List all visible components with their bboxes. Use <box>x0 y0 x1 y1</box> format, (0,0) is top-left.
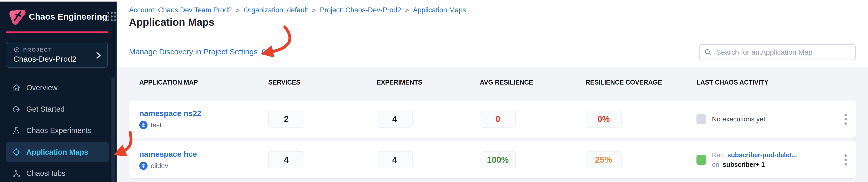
sidebar-item-label: ChaosHubs <box>26 169 65 178</box>
breadcrumb-account[interactable]: Account: Chaos Dev Team Prod2 <box>129 6 232 14</box>
brand-underline <box>6 31 108 33</box>
table-row[interactable]: namespace ns22 ☸ test 2 4 0 0% No execut… <box>129 100 856 138</box>
breadcrumb-current-page: Application Maps <box>413 6 466 14</box>
top-edge-strip <box>0 0 868 2</box>
column-header-application-map: APPLICATION MAP <box>129 79 268 86</box>
project-name: Chaos-Dev-Prod2 <box>13 55 101 63</box>
sidebar-item-label: Overview <box>26 84 58 92</box>
cube-icon <box>13 47 20 53</box>
table-row[interactable]: namespace hce ☸ eiidev 4 4 100% 25% Ran … <box>129 141 856 178</box>
harness-chaos-logo-icon <box>9 8 26 25</box>
home-icon <box>12 84 21 92</box>
application-maps-page: Chaos Engineering PROJECT Chaos-Dev-Prod… <box>0 0 868 182</box>
project-label: PROJECT <box>23 47 52 53</box>
resilience-coverage-badge: 0% <box>586 111 622 128</box>
network-nodes-icon <box>12 169 21 178</box>
breadcrumb-separator: > <box>236 7 240 14</box>
row-actions-menu-icon[interactable] <box>839 110 852 128</box>
chevron-right-icon <box>95 51 102 60</box>
experiments-count-badge: 4 <box>377 151 413 168</box>
search-input[interactable] <box>716 48 851 57</box>
breadcrumb-separator: > <box>405 7 409 14</box>
sidebar-item-chaos-experiments[interactable]: Chaos Experiments <box>0 120 117 141</box>
experiments-count-badge: 4 <box>377 111 413 128</box>
app-title: Chaos Engineering <box>29 12 107 22</box>
avg-resilience-badge: 100% <box>480 151 516 168</box>
manage-discovery-label: Manage Discovery in Project Settings <box>129 48 258 56</box>
get-started-icon <box>12 105 21 114</box>
header-divider <box>117 38 868 38</box>
activity-status-swatch <box>696 114 706 124</box>
services-count-badge: 2 <box>268 111 304 128</box>
row-actions-menu-icon[interactable] <box>839 151 852 169</box>
sidebar-nav: Overview Get Started Chaos Experiments <box>0 77 117 182</box>
main-area: Account: Chaos Dev Team Prod2 > Organiza… <box>117 0 868 182</box>
breadcrumb-project[interactable]: Project: Chaos-Dev-Prod2 <box>320 6 401 14</box>
sidebar-item-get-started[interactable]: Get Started <box>0 98 117 120</box>
column-header-experiments: EXPERIMENTS <box>377 79 480 86</box>
services-count-badge: 4 <box>268 151 304 168</box>
avg-resilience-badge: 0 <box>480 111 516 128</box>
sidebar-item-label: Application Maps <box>26 148 88 156</box>
kubernetes-icon: ☸ <box>139 121 148 129</box>
activity-status-swatch <box>696 155 706 165</box>
environment-name: eiidev <box>151 162 168 170</box>
target-icon <box>12 148 21 156</box>
column-header-resilience-coverage: RESILIENCE COVERAGE <box>586 79 696 86</box>
sidebar-item-application-maps[interactable]: Application Maps <box>6 142 109 162</box>
activity-target: subscriber+ 1 <box>723 161 765 168</box>
column-header-avg-resilience: AVG RESILIENCE <box>480 79 586 86</box>
application-map-link[interactable]: namespace hce <box>139 150 197 158</box>
flask-icon <box>12 126 21 135</box>
application-map-link[interactable]: namespace ns22 <box>139 109 201 118</box>
breadcrumb-separator: > <box>312 7 316 14</box>
project-selector[interactable]: PROJECT Chaos-Dev-Prod2 <box>6 42 108 68</box>
breadcrumb-organization[interactable]: Organization: default <box>244 6 308 14</box>
table-header-row: APPLICATION MAP SERVICES EXPERIMENTS AVG… <box>129 79 856 86</box>
kubernetes-icon: ☸ <box>139 162 148 170</box>
sidebar-item-label: Get Started <box>26 105 64 114</box>
breadcrumb: Account: Chaos Dev Team Prod2 > Organiza… <box>129 6 466 14</box>
manage-discovery-link[interactable]: Manage Discovery in Project Settings <box>129 48 270 56</box>
module-switcher-icon[interactable] <box>107 11 116 22</box>
sidebar-item-label: Chaos Experiments <box>26 126 92 135</box>
page-title: Application Maps <box>129 17 214 28</box>
activity-ran-label: Ran <box>712 151 724 158</box>
sidebar-item-chaoshubs[interactable]: ChaosHubs <box>0 163 117 182</box>
column-header-last-chaos-activity: LAST CHAOS ACTIVITY <box>696 79 835 86</box>
environment-name: test <box>151 121 161 129</box>
sidebar: Chaos Engineering PROJECT Chaos-Dev-Prod… <box>0 0 117 182</box>
experiment-link[interactable]: subscriber-pod-delet... <box>727 151 797 158</box>
search-box <box>699 44 856 60</box>
application-maps-table: APPLICATION MAP SERVICES EXPERIMENTS AVG… <box>117 67 868 182</box>
resilience-coverage-badge: 25% <box>586 151 622 168</box>
activity-text: No executions yet <box>712 115 765 123</box>
external-link-icon <box>261 48 270 56</box>
column-header-services: SERVICES <box>268 79 377 86</box>
sidebar-scrollbar[interactable] <box>112 77 115 182</box>
activity-on-label: on <box>712 161 719 168</box>
sidebar-item-overview[interactable]: Overview <box>0 77 117 98</box>
search-icon <box>704 49 712 56</box>
